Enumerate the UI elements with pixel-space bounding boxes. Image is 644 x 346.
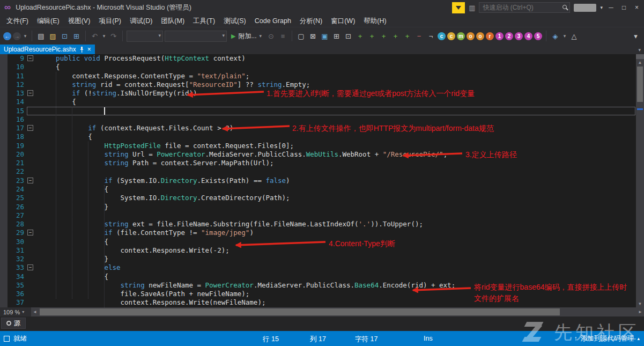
- code-line-13[interactable]: 13− if (!string.IsNullOrEmpty(rid)): [0, 89, 636, 98]
- code-line-31[interactable]: 31 context.Response.Write(-2);: [0, 246, 636, 255]
- menu-item-10[interactable]: 分析(N): [295, 16, 327, 27]
- zoom-dropdown-icon[interactable]: ▾: [22, 310, 24, 314]
- extension-badge-o2[interactable]: o: [476, 32, 484, 40]
- code-editor[interactable]: 9− public void ProcessRequest(HttpContex…: [0, 54, 644, 307]
- breakpoint-margin[interactable]: [0, 220, 8, 229]
- bookmark-4-icon[interactable]: 4: [524, 32, 532, 40]
- close-button[interactable]: ×: [632, 4, 641, 11]
- tool-flask-icon[interactable]: △: [569, 32, 579, 40]
- vertical-scrollbar[interactable]: ▲ ▼: [636, 54, 644, 307]
- fold-toggle-icon[interactable]: −: [27, 55, 33, 61]
- breakpoint-margin[interactable]: [0, 176, 8, 185]
- menu-item-9[interactable]: Code Graph: [250, 16, 295, 26]
- add-item-icon-5[interactable]: +: [402, 32, 412, 40]
- undo-dropdown-icon[interactable]: ▾: [101, 33, 107, 39]
- add-to-source-control-button[interactable]: ↑ 添加到源代码管理 ▴: [574, 331, 640, 346]
- feedback-icon[interactable]: ▥: [469, 4, 475, 12]
- code-line-11[interactable]: 11 context.Response.ContentType = "text/…: [0, 72, 636, 80]
- debug-option-icon-1[interactable]: ⊙: [266, 32, 276, 40]
- breakpoint-margin[interactable]: [0, 142, 8, 150]
- code-line-25[interactable]: 25 System.IO.Directory.CreateDirectory(P…: [0, 194, 636, 202]
- scroll-right-icon[interactable]: ►: [636, 307, 644, 316]
- breakpoint-margin[interactable]: [0, 80, 8, 89]
- menu-item-6[interactable]: 团队(M): [157, 16, 189, 27]
- code-line-29[interactable]: 29− if (file.ContentType != "image/jpeg"…: [0, 229, 636, 237]
- code-line-18[interactable]: 18 {: [0, 132, 636, 141]
- quick-launch-input[interactable]: [479, 2, 570, 13]
- horizontal-scroll-thumb[interactable]: [40, 308, 560, 315]
- code-line-20[interactable]: 20 string Url = PowerCreator.MediaServer…: [0, 150, 636, 159]
- code-line-30[interactable]: 30 {: [0, 238, 636, 246]
- extension-badge-r[interactable]: r: [486, 32, 494, 40]
- menu-item-4[interactable]: 项目(P): [94, 16, 125, 27]
- navigate-back-icon[interactable]: ←: [3, 32, 11, 40]
- breakpoint-margin[interactable]: [0, 167, 8, 176]
- debug-target-combo[interactable]: ▾: [127, 31, 163, 42]
- breakpoint-margin[interactable]: [0, 89, 8, 98]
- breakpoint-margin[interactable]: [0, 246, 8, 255]
- breakpoint-margin[interactable]: [0, 263, 8, 272]
- bookmark-5-icon[interactable]: 5: [534, 32, 542, 40]
- save-icon[interactable]: ⊡: [60, 32, 70, 40]
- breakpoint-margin[interactable]: [0, 255, 8, 263]
- fold-toggle-icon[interactable]: −: [27, 125, 33, 131]
- breakpoint-margin[interactable]: [0, 185, 8, 194]
- code-line-9[interactable]: 9− public void ProcessRequest(HttpContex…: [0, 54, 636, 63]
- window-tool-icon-1[interactable]: ▢: [296, 32, 306, 40]
- code-line-23[interactable]: 23− if (System.IO.Directory.Exists(Path)…: [0, 176, 636, 185]
- code-line-22[interactable]: 22: [0, 167, 636, 176]
- undo-icon[interactable]: ↶: [90, 32, 100, 40]
- pin-icon[interactable]: [79, 47, 84, 53]
- horizontal-scrollbar[interactable]: [39, 307, 636, 316]
- code-line-36[interactable]: 36 file.SaveAs(Path + newFileName);: [0, 290, 636, 298]
- document-tab[interactable]: UploadResourcePic.ashx ×: [0, 45, 95, 54]
- code-line-26[interactable]: 26 }: [0, 203, 636, 211]
- code-line-10[interactable]: 10 {: [0, 63, 636, 71]
- navigation-dropdown-icon[interactable]: ▾: [23, 33, 28, 39]
- breakpoint-margin[interactable]: [0, 211, 8, 220]
- redo-icon[interactable]: ↷: [108, 32, 119, 40]
- breakpoint-margin[interactable]: [0, 54, 8, 63]
- menu-item-3[interactable]: 视图(V): [64, 16, 95, 27]
- breakpoint-margin[interactable]: [0, 107, 8, 115]
- attach-dropdown-icon[interactable]: ▾: [259, 33, 262, 39]
- code-line-14[interactable]: 14 {: [0, 98, 636, 106]
- breakpoint-margin[interactable]: [0, 290, 8, 298]
- breakpoint-margin[interactable]: [0, 124, 8, 132]
- window-tool-icon-2[interactable]: ⊠: [308, 32, 318, 40]
- breakpoint-margin[interactable]: [0, 150, 8, 159]
- breakpoint-margin[interactable]: [0, 273, 8, 281]
- breakpoint-margin[interactable]: [0, 98, 8, 106]
- menu-item-11[interactable]: 窗口(W): [327, 16, 359, 27]
- remove-item-icon[interactable]: −: [414, 32, 424, 40]
- breakpoint-margin[interactable]: [0, 132, 8, 141]
- document-list-dropdown-icon[interactable]: ▾: [638, 47, 644, 54]
- code-line-37[interactable]: 37 context.Response.Write(newFileName);: [0, 298, 636, 307]
- code-line-15[interactable]: 15: [0, 107, 636, 115]
- scroll-up-icon[interactable]: ▲: [636, 60, 644, 66]
- vertical-scroll-thumb[interactable]: [637, 67, 643, 102]
- menu-item-8[interactable]: 测试(S): [219, 16, 250, 27]
- code-line-12[interactable]: 12 string rid = context.Request["Resourc…: [0, 80, 636, 89]
- fold-toggle-icon[interactable]: −: [27, 264, 33, 270]
- breakpoint-margin[interactable]: [0, 281, 8, 290]
- navigate-forward-icon[interactable]: →: [13, 32, 21, 40]
- code-line-17[interactable]: 17− if (context.Request.Files.Count > 0): [0, 124, 636, 132]
- code-line-33[interactable]: 33− else: [0, 263, 636, 272]
- menu-item-7[interactable]: 工具(T): [189, 16, 219, 27]
- collapse-region-icon[interactable]: ¬: [426, 32, 436, 40]
- notifications-flag-button[interactable]: [452, 2, 465, 13]
- tab-close-icon[interactable]: ×: [87, 46, 91, 53]
- window-tool-icon-3[interactable]: ▣: [320, 32, 330, 40]
- minimize-button[interactable]: ─: [606, 4, 616, 11]
- window-tool-icon-4[interactable]: ⊞: [331, 32, 342, 40]
- extension-badge-o1[interactable]: o: [467, 32, 475, 40]
- breakpoint-margin[interactable]: [0, 63, 8, 71]
- breakpoint-margin[interactable]: [0, 298, 8, 307]
- user-dropdown-icon[interactable]: ▾: [600, 5, 603, 10]
- toolbar-overflow-icon[interactable]: ▾: [631, 32, 641, 40]
- breakpoint-margin[interactable]: [0, 229, 8, 237]
- breakpoint-margin[interactable]: [0, 194, 8, 202]
- code-line-24[interactable]: 24 {: [0, 185, 636, 194]
- attach-button[interactable]: ▶附加...▾: [228, 32, 264, 41]
